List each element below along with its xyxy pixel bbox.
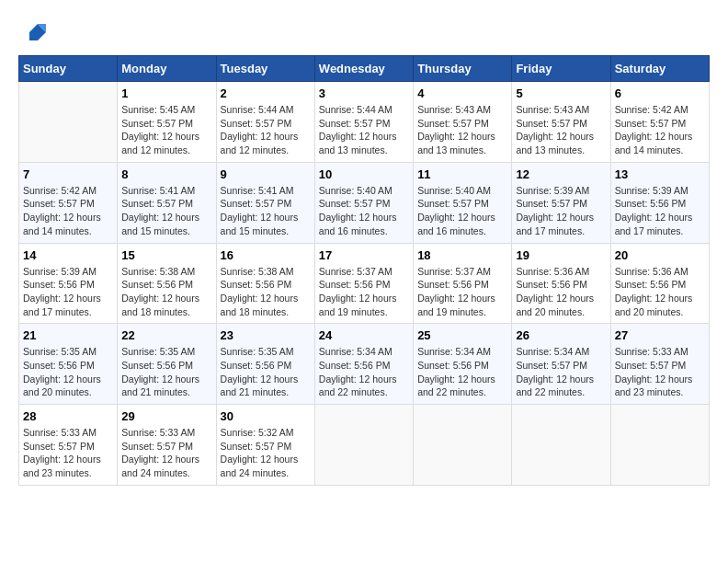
- day-detail: Sunrise: 5:35 AM Sunset: 5:56 PM Dayligh…: [221, 345, 311, 399]
- logo-icon: [18, 18, 46, 46]
- day-cell: 28Sunrise: 5:33 AM Sunset: 5:57 PM Dayli…: [19, 405, 118, 486]
- col-header-monday: Monday: [118, 56, 216, 82]
- day-cell: 3Sunrise: 5:44 AM Sunset: 5:57 PM Daylig…: [314, 82, 413, 163]
- col-header-tuesday: Tuesday: [216, 56, 314, 82]
- day-detail: Sunrise: 5:34 AM Sunset: 5:56 PM Dayligh…: [319, 345, 409, 399]
- page-container: SundayMondayTuesdayWednesdayThursdayFrid…: [18, 18, 710, 486]
- day-cell: [610, 405, 709, 486]
- day-number: 1: [121, 86, 211, 100]
- header: [18, 18, 710, 46]
- day-cell: 19Sunrise: 5:36 AM Sunset: 5:56 PM Dayli…: [512, 243, 610, 324]
- day-detail: Sunrise: 5:33 AM Sunset: 5:57 PM Dayligh…: [121, 426, 211, 480]
- day-detail: Sunrise: 5:38 AM Sunset: 5:56 PM Dayligh…: [121, 265, 211, 319]
- col-header-wednesday: Wednesday: [314, 56, 413, 82]
- day-detail: Sunrise: 5:34 AM Sunset: 5:56 PM Dayligh…: [417, 345, 507, 399]
- day-number: 20: [615, 248, 705, 262]
- day-cell: 7Sunrise: 5:42 AM Sunset: 5:57 PM Daylig…: [19, 162, 118, 243]
- day-cell: 23Sunrise: 5:35 AM Sunset: 5:56 PM Dayli…: [216, 324, 314, 405]
- day-number: 30: [221, 409, 311, 423]
- day-number: 24: [319, 328, 409, 342]
- day-cell: [314, 405, 413, 486]
- day-detail: Sunrise: 5:41 AM Sunset: 5:57 PM Dayligh…: [121, 184, 211, 238]
- day-cell: 18Sunrise: 5:37 AM Sunset: 5:56 PM Dayli…: [414, 243, 512, 324]
- day-number: 25: [417, 328, 507, 342]
- day-detail: Sunrise: 5:42 AM Sunset: 5:57 PM Dayligh…: [615, 103, 705, 157]
- day-detail: Sunrise: 5:36 AM Sunset: 5:56 PM Dayligh…: [516, 265, 606, 319]
- day-cell: 15Sunrise: 5:38 AM Sunset: 5:56 PM Dayli…: [118, 243, 216, 324]
- day-cell: 20Sunrise: 5:36 AM Sunset: 5:56 PM Dayli…: [610, 243, 709, 324]
- day-detail: Sunrise: 5:39 AM Sunset: 5:57 PM Dayligh…: [516, 184, 606, 238]
- day-cell: 4Sunrise: 5:43 AM Sunset: 5:57 PM Daylig…: [414, 82, 512, 163]
- day-cell: 22Sunrise: 5:35 AM Sunset: 5:56 PM Dayli…: [118, 324, 216, 405]
- col-header-saturday: Saturday: [610, 56, 709, 82]
- day-number: 13: [615, 167, 705, 181]
- day-cell: 21Sunrise: 5:35 AM Sunset: 5:56 PM Dayli…: [19, 324, 118, 405]
- day-cell: 30Sunrise: 5:32 AM Sunset: 5:57 PM Dayli…: [216, 405, 314, 486]
- day-detail: Sunrise: 5:44 AM Sunset: 5:57 PM Dayligh…: [319, 103, 409, 157]
- day-cell: 25Sunrise: 5:34 AM Sunset: 5:56 PM Dayli…: [414, 324, 512, 405]
- day-number: 15: [121, 248, 211, 262]
- day-number: 4: [417, 86, 507, 100]
- day-cell: 5Sunrise: 5:43 AM Sunset: 5:57 PM Daylig…: [512, 82, 610, 163]
- calendar-table: SundayMondayTuesdayWednesdayThursdayFrid…: [18, 55, 710, 486]
- day-detail: Sunrise: 5:40 AM Sunset: 5:57 PM Dayligh…: [319, 184, 409, 238]
- day-number: 2: [221, 86, 311, 100]
- day-number: 11: [417, 167, 507, 181]
- day-cell: 10Sunrise: 5:40 AM Sunset: 5:57 PM Dayli…: [314, 162, 413, 243]
- day-detail: Sunrise: 5:37 AM Sunset: 5:56 PM Dayligh…: [417, 265, 507, 319]
- day-cell: 24Sunrise: 5:34 AM Sunset: 5:56 PM Dayli…: [314, 324, 413, 405]
- day-number: 29: [121, 409, 211, 423]
- col-header-thursday: Thursday: [414, 56, 512, 82]
- day-number: 9: [221, 167, 311, 181]
- day-cell: [414, 405, 512, 486]
- day-cell: 9Sunrise: 5:41 AM Sunset: 5:57 PM Daylig…: [216, 162, 314, 243]
- day-number: 22: [121, 328, 211, 342]
- day-cell: 11Sunrise: 5:40 AM Sunset: 5:57 PM Dayli…: [414, 162, 512, 243]
- header-row: SundayMondayTuesdayWednesdayThursdayFrid…: [19, 56, 710, 82]
- day-number: 14: [23, 248, 113, 262]
- day-number: 18: [417, 248, 507, 262]
- logo: [18, 18, 50, 46]
- day-number: 10: [319, 167, 409, 181]
- day-cell: 17Sunrise: 5:37 AM Sunset: 5:56 PM Dayli…: [314, 243, 413, 324]
- day-number: 16: [221, 248, 311, 262]
- day-detail: Sunrise: 5:44 AM Sunset: 5:57 PM Dayligh…: [221, 103, 311, 157]
- day-detail: Sunrise: 5:40 AM Sunset: 5:57 PM Dayligh…: [417, 184, 507, 238]
- day-number: 21: [23, 328, 113, 342]
- day-cell: 8Sunrise: 5:41 AM Sunset: 5:57 PM Daylig…: [118, 162, 216, 243]
- day-detail: Sunrise: 5:33 AM Sunset: 5:57 PM Dayligh…: [615, 345, 705, 399]
- day-cell: 12Sunrise: 5:39 AM Sunset: 5:57 PM Dayli…: [512, 162, 610, 243]
- day-cell: 26Sunrise: 5:34 AM Sunset: 5:57 PM Dayli…: [512, 324, 610, 405]
- week-row-5: 28Sunrise: 5:33 AM Sunset: 5:57 PM Dayli…: [19, 405, 710, 486]
- day-cell: 6Sunrise: 5:42 AM Sunset: 5:57 PM Daylig…: [610, 82, 709, 163]
- day-number: 26: [516, 328, 606, 342]
- day-cell: 13Sunrise: 5:39 AM Sunset: 5:56 PM Dayli…: [610, 162, 709, 243]
- calendar-body: 1Sunrise: 5:45 AM Sunset: 5:57 PM Daylig…: [19, 82, 710, 486]
- day-cell: 14Sunrise: 5:39 AM Sunset: 5:56 PM Dayli…: [19, 243, 118, 324]
- col-header-friday: Friday: [512, 56, 610, 82]
- day-number: 7: [23, 167, 113, 181]
- week-row-4: 21Sunrise: 5:35 AM Sunset: 5:56 PM Dayli…: [19, 324, 710, 405]
- calendar-header: SundayMondayTuesdayWednesdayThursdayFrid…: [19, 56, 710, 82]
- day-cell: [19, 82, 118, 163]
- day-detail: Sunrise: 5:39 AM Sunset: 5:56 PM Dayligh…: [615, 184, 705, 238]
- day-cell: [512, 405, 610, 486]
- day-detail: Sunrise: 5:45 AM Sunset: 5:57 PM Dayligh…: [121, 103, 211, 157]
- day-number: 27: [615, 328, 705, 342]
- day-detail: Sunrise: 5:42 AM Sunset: 5:57 PM Dayligh…: [23, 184, 113, 238]
- day-number: 17: [319, 248, 409, 262]
- day-number: 28: [23, 409, 113, 423]
- day-detail: Sunrise: 5:41 AM Sunset: 5:57 PM Dayligh…: [221, 184, 311, 238]
- day-detail: Sunrise: 5:38 AM Sunset: 5:56 PM Dayligh…: [221, 265, 311, 319]
- day-detail: Sunrise: 5:37 AM Sunset: 5:56 PM Dayligh…: [319, 265, 409, 319]
- day-detail: Sunrise: 5:35 AM Sunset: 5:56 PM Dayligh…: [23, 345, 113, 399]
- day-cell: 27Sunrise: 5:33 AM Sunset: 5:57 PM Dayli…: [610, 324, 709, 405]
- week-row-1: 1Sunrise: 5:45 AM Sunset: 5:57 PM Daylig…: [19, 82, 710, 163]
- day-detail: Sunrise: 5:33 AM Sunset: 5:57 PM Dayligh…: [23, 426, 113, 480]
- day-detail: Sunrise: 5:36 AM Sunset: 5:56 PM Dayligh…: [615, 265, 705, 319]
- day-detail: Sunrise: 5:39 AM Sunset: 5:56 PM Dayligh…: [23, 265, 113, 319]
- day-detail: Sunrise: 5:34 AM Sunset: 5:57 PM Dayligh…: [516, 345, 606, 399]
- day-cell: 1Sunrise: 5:45 AM Sunset: 5:57 PM Daylig…: [118, 82, 216, 163]
- day-detail: Sunrise: 5:43 AM Sunset: 5:57 PM Dayligh…: [417, 103, 507, 157]
- day-number: 5: [516, 86, 606, 100]
